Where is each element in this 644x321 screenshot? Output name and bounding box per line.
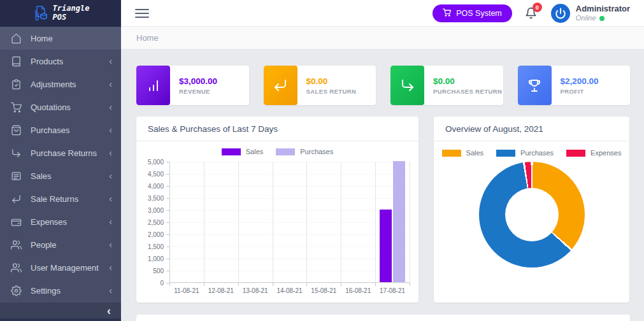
corner-down-left-icon bbox=[11, 194, 22, 204]
legend-label: Sales bbox=[246, 148, 264, 155]
sidebar-item-products[interactable]: Products‹ bbox=[0, 50, 121, 73]
sidebar-item-label: Settings bbox=[31, 286, 109, 296]
sales-purchases-chart-card: Sales & Purchases of Last 7 Days SalesPu… bbox=[136, 117, 419, 303]
legend-item-sales[interactable]: Sales bbox=[442, 149, 484, 157]
sidebar-collapse-icon[interactable]: ‹ bbox=[107, 305, 111, 317]
x-tick-label: 15-08-21 bbox=[311, 287, 336, 294]
cart-icon bbox=[443, 8, 451, 18]
chevron-left-icon: ‹ bbox=[109, 171, 112, 180]
chart-card-header: Sales & Purchases of Last 7 Days bbox=[136, 117, 419, 141]
donut-graphic bbox=[479, 162, 585, 268]
legend-label: Expenses bbox=[590, 149, 621, 157]
stat-card-profit: $2,200.00PROFIT bbox=[518, 66, 631, 105]
sidebar-item-sale-returns[interactable]: Sale Returns‹ bbox=[0, 187, 121, 210]
stat-label: PURCHASES RETURN bbox=[433, 88, 503, 95]
chevron-left-icon: ‹ bbox=[109, 217, 112, 226]
cart-icon bbox=[11, 102, 22, 113]
notification-badge: 0 bbox=[533, 3, 542, 12]
book-icon bbox=[11, 56, 22, 67]
sidebar-item-quotations[interactable]: Quotations‹ bbox=[0, 96, 121, 118]
legend-label: Sales bbox=[466, 149, 484, 157]
y-tick-label: 5,000 bbox=[148, 159, 164, 166]
chevron-left-icon: ‹ bbox=[109, 57, 112, 66]
sidebar-item-user-management[interactable]: User Management‹ bbox=[0, 256, 121, 279]
breadcrumb[interactable]: Home bbox=[136, 33, 159, 43]
legend-label: Purchases bbox=[520, 149, 554, 157]
sidebar-footer: ‹ bbox=[0, 303, 121, 321]
main-content: $3,000.00REVENUE$0.00SALES RETURN$0.00PU… bbox=[121, 50, 644, 321]
app-logo[interactable]: Triangle POS bbox=[0, 0, 121, 27]
corner-down-right-icon bbox=[390, 66, 424, 105]
y-tick-label: 1,500 bbox=[148, 243, 164, 250]
bar-chart: SalesPurchases 05001,0001,5002,0002,5003… bbox=[136, 141, 419, 303]
chevron-left-icon: ‹ bbox=[109, 194, 112, 203]
sidebar-item-adjustments[interactable]: Adjustments‹ bbox=[0, 73, 121, 96]
menu-toggle-icon[interactable] bbox=[135, 6, 149, 20]
notifications-bell[interactable]: 0 bbox=[525, 7, 537, 19]
sidebar-item-label: Quotations bbox=[31, 103, 109, 112]
legend-swatch bbox=[442, 150, 461, 157]
pos-system-button[interactable]: POS System bbox=[433, 4, 512, 22]
sidebar-item-purchase-returns[interactable]: Purchase Returns‹ bbox=[0, 141, 121, 164]
stat-card-revenue: $3,000.00REVENUE bbox=[136, 66, 249, 105]
x-tick-label: 17-08-21 bbox=[380, 287, 405, 294]
bar-purchases-17-08-21 bbox=[393, 161, 405, 282]
x-tick-label: 11-08-21 bbox=[174, 287, 199, 294]
sidebar-item-label: Sales bbox=[31, 171, 109, 181]
user-menu[interactable]: Administrator Online bbox=[551, 4, 630, 23]
sidebar-item-sales[interactable]: Sales‹ bbox=[0, 164, 121, 187]
legend-item-sales[interactable]: Sales bbox=[222, 148, 264, 155]
user-avatar bbox=[551, 4, 570, 23]
y-tick-label: 0 bbox=[160, 280, 164, 287]
sidebar-item-label: Adjustments bbox=[31, 80, 109, 89]
sidebar-item-label: People bbox=[31, 240, 109, 250]
chevron-left-icon: ‹ bbox=[109, 286, 112, 295]
sidebar-item-settings[interactable]: Settings‹ bbox=[0, 279, 121, 302]
sidebar-item-people[interactable]: People‹ bbox=[0, 233, 121, 256]
bag-icon bbox=[11, 125, 22, 136]
x-tick-label: 13-08-21 bbox=[243, 287, 268, 294]
stat-value: $0.00 bbox=[433, 76, 503, 86]
y-tick-label: 1,000 bbox=[148, 255, 164, 262]
sidebar: Triangle POS HomeProducts‹Adjustments‹Qu… bbox=[0, 0, 121, 321]
bar-chart-x-axis: 11-08-2112-08-2113-08-2114-08-2115-08-21… bbox=[169, 283, 410, 297]
clipboard-icon bbox=[11, 79, 22, 90]
donut-chart-title: Overview of August, 2021 bbox=[445, 124, 543, 134]
sidebar-item-home[interactable]: Home bbox=[0, 27, 121, 50]
sidebar-item-label: Purchases bbox=[31, 125, 109, 135]
top-header: POS System 0 Administrator Online bbox=[121, 0, 644, 27]
bar-chart-icon bbox=[136, 66, 170, 105]
legend-swatch bbox=[222, 148, 241, 155]
stat-card-purchases-return: $0.00PURCHASES RETURN bbox=[390, 66, 503, 105]
sidebar-item-label: Home bbox=[31, 34, 112, 43]
y-tick-label: 2,500 bbox=[148, 219, 164, 226]
donut-chart-legend: SalesPurchasesExpenses bbox=[434, 149, 629, 157]
y-tick-label: 500 bbox=[153, 268, 164, 275]
stat-label: PROFIT bbox=[561, 88, 631, 95]
bar-sales-17-08-21 bbox=[380, 210, 392, 282]
legend-swatch bbox=[276, 148, 295, 155]
bar-chart-title: Sales & Purchases of Last 7 Days bbox=[148, 124, 278, 134]
stat-card-sales-return: $0.00SALES RETURN bbox=[264, 66, 376, 105]
chart-card-header: Overview of August, 2021 bbox=[434, 117, 629, 141]
chevron-left-icon: ‹ bbox=[109, 103, 112, 111]
sidebar-item-label: Expenses bbox=[31, 217, 109, 227]
bar-chart-legend: SalesPurchases bbox=[136, 148, 419, 155]
legend-item-purchases[interactable]: Purchases bbox=[276, 148, 333, 155]
sidebar-nav: HomeProducts‹Adjustments‹Quotations‹Purc… bbox=[0, 27, 121, 303]
users-icon bbox=[11, 262, 22, 273]
stat-value: $3,000.00 bbox=[179, 76, 249, 86]
x-tick-label: 12-08-21 bbox=[208, 287, 234, 294]
sidebar-item-label: Products bbox=[31, 57, 109, 66]
y-tick-label: 4,500 bbox=[148, 171, 164, 178]
sidebar-item-purchases[interactable]: Purchases‹ bbox=[0, 118, 121, 141]
legend-item-purchases[interactable]: Purchases bbox=[496, 149, 554, 157]
next-section-card bbox=[136, 315, 630, 321]
sidebar-item-expenses[interactable]: Expenses‹ bbox=[0, 210, 121, 233]
app-title: Triangle POS bbox=[53, 4, 90, 22]
legend-item-expenses[interactable]: Expenses bbox=[566, 149, 621, 157]
x-tick-label: 14-08-21 bbox=[276, 287, 302, 294]
chevron-left-icon: ‹ bbox=[109, 263, 112, 272]
stat-label: SALES RETURN bbox=[306, 88, 376, 95]
sidebar-item-label: User Management bbox=[31, 263, 109, 273]
